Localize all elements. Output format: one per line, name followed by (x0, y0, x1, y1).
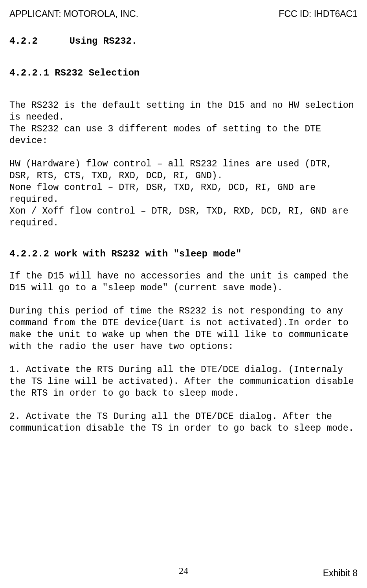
fcc-id: FCC ID: IHDT6AC1 (279, 9, 358, 19)
section-4221-p2: HW (Hardware) flow control – all RS232 l… (9, 158, 358, 229)
section-4222-heading: 4.2.2.2 work with RS232 with "sleep mode… (9, 249, 358, 259)
section-4222-p1: If the D15 will have no accessories and … (9, 270, 358, 294)
exhibit-label: Exhibit 8 (323, 568, 358, 579)
section-4222-p2: During this period of time the RS232 is … (9, 305, 358, 352)
section-422-heading: 4.2.2 Using RS232. (9, 36, 358, 46)
applicant-label: APPLICANT: MOTOROLA, INC. (9, 9, 138, 19)
section-number: 4.2.2 (9, 36, 38, 46)
page-number: 24 (0, 566, 367, 576)
section-4222-p3: 1. Activate the RTS During all the DTE/D… (9, 364, 358, 399)
section-4222-p4: 2. Activate the TS During all the DTE/DC… (9, 411, 358, 434)
page-header: APPLICANT: MOTOROLA, INC. FCC ID: IHDT6A… (9, 9, 358, 19)
section-title: Using RS232. (69, 36, 137, 46)
section-4221-heading: 4.2.2.1 RS232 Selection (9, 68, 358, 78)
section-4221-p1: The RS232 is the default setting in the … (9, 100, 358, 147)
